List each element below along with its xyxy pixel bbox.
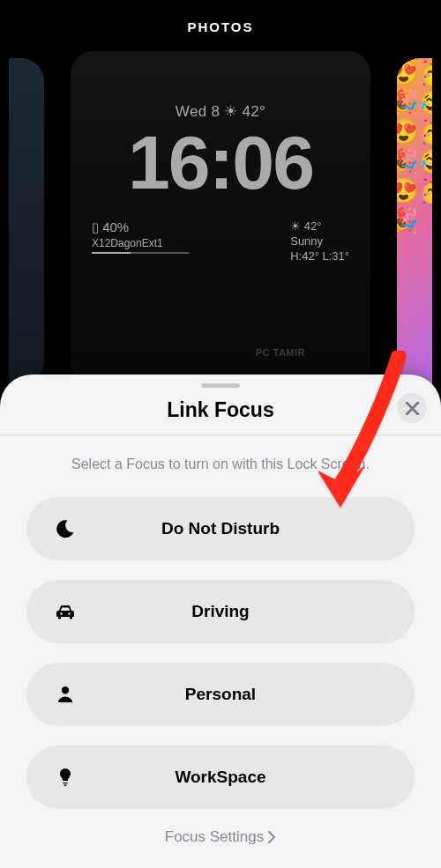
sheet-header: Link Focus — [0, 395, 441, 434]
wifi-signal-bar — [92, 252, 189, 254]
weather-hilo: H:42° L:31° — [290, 249, 349, 264]
wifi-name: X12DagonExt1 — [92, 237, 290, 249]
focus-item-workspace[interactable]: WorkSpace — [26, 746, 415, 809]
focus-item-do-not-disturb[interactable]: Do Not Disturb — [26, 497, 415, 560]
sheet-title: Link Focus — [167, 398, 273, 421]
focus-item-label: WorkSpace — [53, 768, 388, 787]
wallpaper-preview-prev[interactable] — [9, 58, 44, 384]
photos-header-label: PHOTOS — [0, 0, 441, 47]
sheet-subtitle: Select a Focus to turn on with this Lock… — [0, 435, 441, 497]
close-icon — [406, 402, 419, 415]
focus-item-label: Driving — [53, 602, 388, 621]
wallpaper-preview-current[interactable]: Wed 8 ☀︎ 42° 16:06 ▯ 40% X12DagonExt1 ☀︎… — [71, 51, 370, 386]
weather-condition: Sunny — [290, 234, 349, 249]
focus-item-driving[interactable]: Driving — [26, 580, 415, 643]
sheet-grabber[interactable] — [201, 383, 240, 388]
wallpaper-photo-detail: PC TAMIR — [252, 345, 309, 360]
lockscreen-date: Wed 8 ☀︎ 42° — [88, 102, 353, 121]
focus-item-personal[interactable]: Personal — [26, 663, 415, 726]
focus-settings-link[interactable]: Focus Settings — [0, 828, 441, 846]
wallpaper-carousel[interactable]: Wed 8 ☀︎ 42° 16:06 ▯ 40% X12DagonExt1 ☀︎… — [0, 51, 441, 404]
chevron-right-icon — [267, 831, 276, 843]
close-button[interactable] — [397, 393, 427, 423]
weather-widget: ☀︎ 42° Sunny H:42° L:31° — [290, 219, 349, 264]
weather-temp: ☀︎ 42° — [290, 219, 349, 234]
battery-wifi-widget: ▯ 40% X12DagonExt1 — [92, 219, 290, 264]
focus-settings-label: Focus Settings — [165, 828, 264, 846]
focus-list: Do Not Disturb Driving Personal WorkSpac… — [0, 497, 441, 809]
lockscreen-widgets: ▯ 40% X12DagonExt1 ☀︎ 42° Sunny H:42° L:… — [88, 219, 353, 264]
battery-level: ▯ 40% — [92, 219, 290, 235]
lockscreen-clock: 16:06 — [88, 124, 353, 200]
focus-item-label: Personal — [53, 685, 388, 704]
wallpaper-preview-next[interactable] — [397, 58, 432, 384]
link-focus-sheet: Link Focus Select a Focus to turn on wit… — [0, 375, 441, 868]
focus-item-label: Do Not Disturb — [53, 519, 388, 538]
